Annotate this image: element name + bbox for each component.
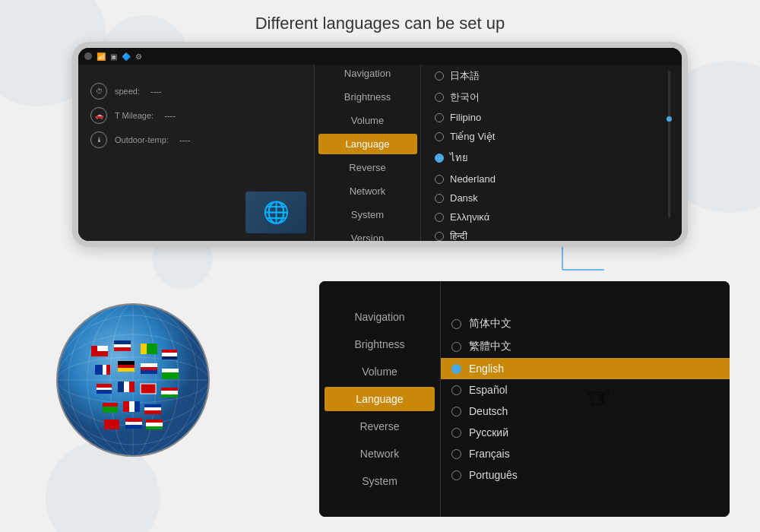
lang-vietnamese[interactable]: Tiếng Việt	[429, 128, 682, 145]
bottom-menu-system[interactable]: System	[325, 469, 435, 493]
label-traditional-chinese: 繁體中文	[469, 340, 511, 353]
lang-portuguese[interactable]: Português	[441, 464, 730, 486]
lang-hindi[interactable]: हिन्दी	[429, 227, 682, 241]
close-dot	[84, 52, 92, 60]
label-spanish: Español	[469, 384, 508, 396]
dashboard-panel: ⏱ speed: ---- 🚗 T Mileage: ---- 🌡 Outdoo…	[78, 48, 314, 241]
lang-radio-korean	[435, 93, 444, 102]
scrollbar-thumb-top[interactable]	[667, 116, 672, 122]
menu-brightness[interactable]: Brightness	[318, 87, 417, 107]
speed-row: ⏱ speed: ----	[90, 83, 302, 100]
settings-icon: ⚙	[135, 52, 142, 61]
lang-japanese[interactable]: 日本語	[429, 66, 682, 86]
svg-rect-46	[141, 384, 156, 394]
svg-rect-23	[162, 353, 177, 356]
menu-volume[interactable]: Volume	[318, 110, 417, 131]
lang-traditional-chinese[interactable]: 繁體中文	[441, 335, 730, 358]
svg-rect-17	[114, 344, 131, 347]
bottom-menu-volume[interactable]: Volume	[325, 359, 435, 384]
temp-label: Outdoor-temp:	[115, 135, 169, 144]
svg-rect-40	[97, 384, 112, 388]
svg-rect-42	[97, 390, 112, 394]
radio-german	[451, 407, 461, 416]
lang-radio-greek	[435, 213, 444, 222]
lang-korean[interactable]: 한국어	[429, 87, 682, 107]
lang-english[interactable]: English	[441, 358, 730, 379]
lang-thai[interactable]: ไทย	[429, 147, 682, 169]
svg-rect-66	[125, 418, 142, 422]
lang-radio-thai	[435, 154, 444, 163]
lang-greek[interactable]: Ελληνικά	[429, 208, 682, 226]
label-portuguese: Português	[469, 469, 518, 481]
svg-rect-60	[144, 404, 161, 407]
label-german: Deutsch	[469, 405, 508, 417]
svg-rect-13	[97, 346, 108, 351]
top-menu-panel: Navigation Brightness Volume Language Re…	[314, 48, 420, 241]
svg-rect-16	[114, 340, 131, 344]
bottom-expanded-panel: Navigation Brightness Volume Language Re…	[319, 281, 730, 517]
lang-label-filipino: Filipino	[450, 112, 481, 123]
radio-french	[451, 449, 461, 459]
svg-rect-58	[135, 401, 140, 412]
svg-rect-72	[146, 426, 163, 429]
temp-icon: 🌡	[90, 131, 107, 148]
label-russian: Русский	[469, 426, 508, 439]
bottom-section: Navigation Brightness Volume Language Re…	[0, 274, 760, 532]
label-english: English	[469, 363, 504, 375]
device-top: 📶 ▣ 🔷 ⚙ ⏱ speed: ---- 🚗 T Mileage: ---- …	[72, 42, 688, 247]
temp-value: ----	[179, 135, 191, 144]
svg-rect-30	[118, 365, 135, 368]
label-simplified-chinese: 简体中文	[469, 317, 511, 331]
lang-radio-vietnamese	[435, 132, 444, 141]
menu-language[interactable]: Language	[318, 134, 417, 154]
speed-icon: ⏱	[90, 83, 107, 100]
svg-rect-29	[118, 361, 135, 365]
svg-rect-70	[146, 420, 163, 423]
svg-rect-20	[141, 344, 147, 354]
lang-filipino[interactable]: Filipino	[429, 109, 682, 126]
dash-info: ⏱ speed: ---- 🚗 T Mileage: ---- 🌡 Outdoo…	[78, 68, 314, 163]
svg-rect-12	[91, 346, 97, 356]
bottom-menu-reverse[interactable]: Reverse	[325, 414, 435, 439]
svg-rect-27	[106, 365, 110, 375]
bottom-menu-panel: Navigation Brightness Volume Language Re…	[319, 281, 441, 517]
bottom-menu-navigation[interactable]: Navigation	[325, 305, 435, 329]
svg-rect-22	[162, 350, 177, 353]
menu-navigation[interactable]: Navigation	[318, 63, 417, 84]
svg-rect-31	[118, 368, 135, 372]
menu-version[interactable]: Version	[318, 228, 417, 241]
bottom-menu-network[interactable]: Network	[325, 442, 435, 466]
speed-label: speed:	[115, 87, 140, 96]
mileage-value: ----	[164, 111, 176, 120]
globe-svg	[42, 289, 224, 471]
lang-label-korean: 한국어	[450, 90, 480, 104]
lang-french[interactable]: Français	[441, 443, 730, 464]
svg-rect-41	[97, 388, 112, 390]
menu-reverse[interactable]: Reverse	[318, 157, 417, 178]
lang-russian[interactable]: Русский	[441, 422, 730, 443]
top-lang-panel: 日本語 한국어 Filipino Tiếng Việt ไทย Nederlan…	[420, 48, 682, 241]
bottom-menu-brightness[interactable]: Brightness	[325, 332, 435, 356]
lang-radio-japanese	[435, 71, 444, 81]
menu-system[interactable]: System	[318, 204, 417, 225]
radio-russian	[451, 428, 461, 438]
lang-german[interactable]: Deutsch	[441, 401, 730, 422]
svg-rect-64	[104, 423, 119, 426]
globe-container	[42, 289, 224, 471]
svg-rect-51	[161, 394, 178, 397]
lang-radio-dutch	[435, 175, 444, 184]
lang-simplified-chinese[interactable]: 简体中文	[441, 312, 730, 335]
bottom-menu-language[interactable]: Language	[325, 387, 435, 411]
svg-rect-38	[162, 372, 179, 379]
bottom-lang-panel: 简体中文 繁體中文 English Español Deutsch Русски…	[441, 281, 730, 517]
lang-dutch[interactable]: Nederland	[429, 170, 682, 188]
lang-label-dutch: Nederland	[450, 173, 496, 185]
lang-danish[interactable]: Dansk	[429, 189, 682, 207]
svg-rect-56	[123, 401, 129, 412]
lang-label-hindi: हिन्दी	[450, 230, 467, 241]
svg-rect-34	[141, 367, 157, 370]
lang-radio-hindi	[435, 232, 444, 241]
menu-network[interactable]: Network	[318, 181, 417, 201]
svg-rect-61	[144, 410, 161, 414]
speed-value: ----	[150, 87, 162, 96]
